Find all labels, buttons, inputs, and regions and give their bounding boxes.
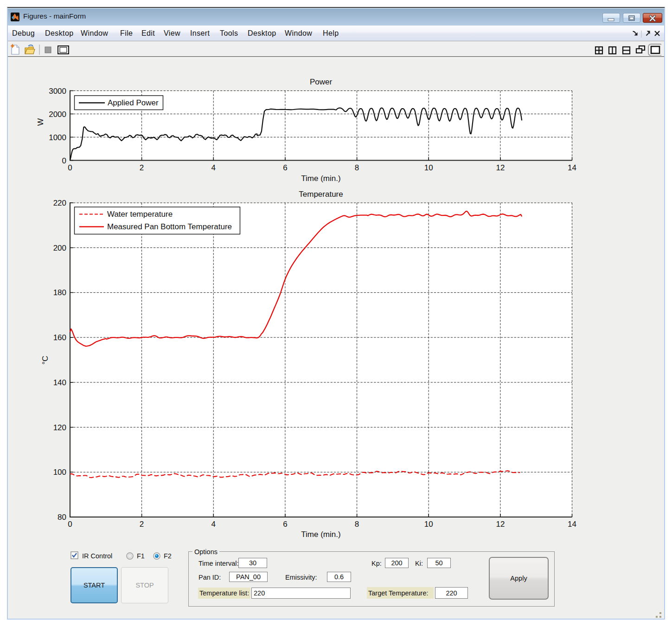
svg-text:8: 8: [355, 520, 359, 529]
svg-text:6: 6: [283, 163, 287, 172]
svg-text:W: W: [36, 118, 45, 126]
svg-text:2000: 2000: [49, 110, 66, 119]
svg-text:4: 4: [211, 520, 216, 529]
svg-text:Time (min.): Time (min.): [301, 530, 340, 539]
svg-text:120: 120: [53, 423, 66, 432]
svg-text:12: 12: [496, 163, 505, 172]
svg-text:2: 2: [140, 163, 144, 172]
svg-text:200: 200: [53, 244, 66, 252]
svg-text:1000: 1000: [49, 133, 66, 142]
svg-text:°C: °C: [41, 356, 50, 364]
svg-text:14: 14: [568, 520, 576, 529]
svg-text:Power: Power: [310, 78, 333, 86]
svg-text:Time (min.): Time (min.): [301, 174, 340, 183]
svg-text:180: 180: [53, 288, 66, 297]
svg-text:160: 160: [53, 333, 66, 342]
svg-text:8: 8: [355, 163, 359, 172]
svg-text:Applied Power: Applied Power: [108, 98, 159, 107]
svg-text:0: 0: [62, 156, 66, 165]
svg-text:4: 4: [211, 163, 216, 172]
svg-text:6: 6: [283, 520, 287, 529]
svg-text:12: 12: [496, 520, 505, 529]
svg-text:220: 220: [53, 199, 66, 207]
svg-text:140: 140: [53, 378, 66, 387]
svg-text:2: 2: [140, 520, 144, 529]
svg-text:Water temperature: Water temperature: [107, 210, 173, 219]
svg-text:0: 0: [68, 163, 72, 172]
svg-text:100: 100: [53, 468, 66, 477]
svg-text:14: 14: [568, 163, 576, 172]
svg-text:Temperature: Temperature: [299, 190, 343, 199]
svg-text:3000: 3000: [49, 87, 66, 96]
svg-text:10: 10: [424, 520, 433, 529]
svg-text:Measured Pan Bottom Temperatur: Measured Pan Bottom Temperature: [107, 222, 232, 231]
svg-text:80: 80: [58, 513, 66, 522]
svg-text:0: 0: [68, 520, 72, 529]
svg-text:10: 10: [424, 163, 433, 172]
